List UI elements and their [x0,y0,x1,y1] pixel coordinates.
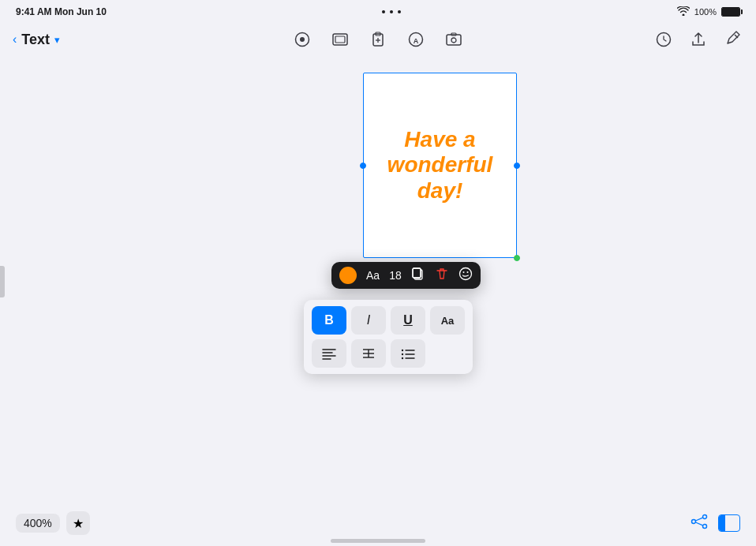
delete-button[interactable] [435,267,449,284]
bold-button[interactable]: B [312,306,346,335]
style-row: B I U Aa [312,306,465,335]
battery-fill [722,8,739,16]
notch-dot-1 [382,10,385,13]
photo-tool[interactable] [443,29,464,50]
status-bar: 9:41 AM Mon Jun 10 100% [0,0,756,22]
svg-point-34 [402,353,403,355]
svg-line-42 [696,522,703,525]
svg-rect-3 [335,36,345,43]
svg-text:A: A [414,37,419,45]
resize-handle-right[interactable] [514,163,520,169]
bottom-left: 400% ★ [16,511,90,535]
svg-point-19 [462,271,464,273]
font-button[interactable]: Aa [366,269,380,282]
toolbar-left: ‹ Text ▾ [13,32,60,48]
format-toolbar: B I U Aa [304,300,473,374]
text-box[interactable]: Have a wonderful day! [363,73,517,258]
document-title: Text [21,32,50,48]
structure-button[interactable] [690,512,709,535]
align-row [312,339,465,368]
clipboard-tool[interactable] [368,29,388,50]
font-size-button[interactable]: Aa [430,306,465,335]
history-button[interactable] [653,29,674,50]
svg-point-38 [692,519,696,523]
status-time: 9:41 AM Mon Jun 10 [16,6,107,17]
text-box-content: Have a wonderful day! [364,119,516,211]
favorite-button[interactable]: ★ [66,511,90,535]
title-chevron-icon[interactable]: ▾ [54,34,60,46]
back-button[interactable]: ‹ [13,32,17,47]
star-icon: ★ [73,516,84,531]
bottom-right [690,512,740,535]
svg-point-39 [703,514,707,518]
home-indicator [331,539,425,543]
shapes-tool[interactable] [292,29,313,50]
italic-button[interactable]: I [351,306,386,335]
svg-point-40 [703,524,707,528]
notch-dot-2 [390,10,393,13]
copy-button[interactable] [411,267,425,284]
share-button[interactable] [688,29,709,50]
back-chevron-icon: ‹ [13,32,17,47]
svg-rect-16 [413,268,421,278]
zoom-level[interactable]: 400% [16,514,60,533]
svg-point-32 [402,350,403,351]
resize-handle-bottom-right[interactable] [514,255,520,261]
svg-point-1 [300,37,305,42]
panel-left [719,515,725,531]
svg-rect-10 [447,35,461,45]
edit-button[interactable] [723,29,743,50]
notch-dot-3 [398,10,401,13]
align-left-button[interactable] [312,339,346,368]
gallery-tool[interactable] [330,29,350,50]
status-icons: 100% [677,6,740,18]
toolbar-right [653,29,743,50]
font-size-display[interactable]: 18 [389,269,402,282]
floating-toolbar: Aa 18 [331,262,481,289]
emoji-button[interactable] [458,267,473,284]
text-tool[interactable]: A [406,29,426,50]
svg-point-18 [459,268,471,280]
svg-point-36 [402,357,403,359]
list-button[interactable] [391,339,425,368]
underline-button[interactable]: U [391,306,425,335]
canvas-area[interactable]: Have a wonderful day! Aa 18 [0,57,756,507]
svg-point-20 [466,271,468,273]
svg-point-12 [451,38,456,43]
panel-toggle-button[interactable] [718,514,740,532]
side-tab[interactable] [0,266,5,297]
battery-icon [721,7,740,17]
toolbar-center: A [292,29,464,50]
status-notch [382,10,401,13]
resize-handle-left[interactable] [360,163,366,169]
align-center-button[interactable] [351,339,386,368]
main-toolbar: ‹ Text ▾ [0,22,756,57]
wifi-icon [677,6,690,18]
svg-line-41 [696,518,703,521]
color-picker-button[interactable] [339,267,357,284]
battery-percent: 100% [694,7,717,17]
